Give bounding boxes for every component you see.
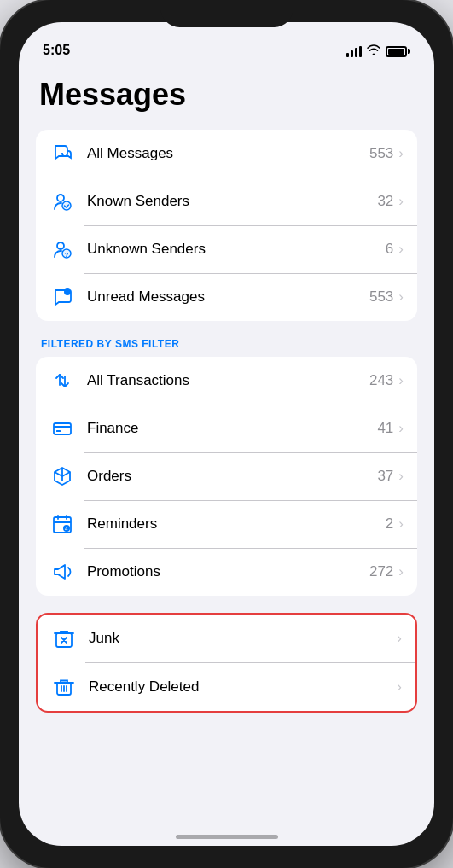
page-title: Messages bbox=[36, 77, 417, 113]
all-transactions-count: 243 bbox=[369, 372, 393, 389]
promotions-label: Promotions bbox=[87, 563, 369, 580]
row-promotions[interactable]: Promotions 272 › bbox=[36, 548, 417, 596]
orders-label: Orders bbox=[87, 468, 377, 485]
svg-rect-7 bbox=[56, 430, 61, 432]
chevron-icon: › bbox=[398, 288, 404, 306]
chevron-icon: › bbox=[398, 241, 404, 258]
known-senders-label: Known Senders bbox=[87, 193, 377, 210]
row-unread-messages[interactable]: Unread Messages 553 › bbox=[36, 273, 417, 321]
chevron-icon: › bbox=[398, 145, 404, 162]
phone-screen: 5:05 bbox=[19, 22, 434, 846]
row-all-transactions[interactable]: All Transactions 243 › bbox=[36, 357, 417, 405]
chevron-icon: › bbox=[397, 679, 402, 696]
chat-unread-icon bbox=[49, 284, 75, 310]
row-reminders[interactable]: 4 Reminders 2 › bbox=[36, 500, 417, 548]
row-all-messages[interactable]: All Messages 553 › bbox=[36, 130, 417, 178]
megaphone-icon bbox=[49, 559, 75, 585]
orders-count: 37 bbox=[377, 468, 393, 485]
home-indicator bbox=[176, 835, 278, 839]
known-senders-count: 32 bbox=[377, 193, 393, 210]
svg-rect-6 bbox=[54, 423, 71, 434]
reminders-count: 2 bbox=[386, 516, 393, 533]
filtered-card: All Transactions 243 › Finance 41 › bbox=[36, 357, 417, 596]
screen-content: Messages All Messages 553 › bbox=[19, 63, 434, 846]
row-recently-deleted[interactable]: Recently Deleted › bbox=[38, 663, 415, 711]
svg-point-0 bbox=[57, 195, 64, 201]
status-time: 5:05 bbox=[43, 43, 346, 58]
main-card: All Messages 553 › Known Senders bbox=[36, 130, 417, 321]
unread-messages-count: 553 bbox=[369, 288, 393, 306]
highlighted-card: Junk › Recently Deleted › bbox=[36, 613, 417, 713]
chevron-icon: › bbox=[398, 468, 404, 485]
battery-icon bbox=[386, 46, 410, 57]
chevron-icon: › bbox=[398, 420, 404, 437]
finance-label: Finance bbox=[87, 420, 377, 437]
row-junk[interactable]: Junk › bbox=[38, 615, 415, 662]
all-messages-label: All Messages bbox=[87, 145, 369, 162]
unread-messages-label: Unread Messages bbox=[87, 288, 369, 306]
arrows-icon bbox=[49, 368, 75, 393]
all-messages-count: 553 bbox=[369, 145, 393, 162]
row-finance[interactable]: Finance 41 › bbox=[36, 405, 417, 452]
reminders-label: Reminders bbox=[87, 516, 386, 533]
chevron-icon: › bbox=[398, 563, 404, 580]
svg-point-5 bbox=[64, 288, 71, 295]
calendar-icon: 4 bbox=[49, 511, 75, 537]
promotions-count: 272 bbox=[369, 563, 393, 580]
recently-deleted-label: Recently Deleted bbox=[89, 679, 397, 696]
section-header: FILTERED BY SMS FILTER bbox=[36, 338, 417, 357]
chevron-icon: › bbox=[398, 193, 404, 210]
signal-icon bbox=[346, 46, 362, 57]
wifi-icon bbox=[367, 44, 380, 58]
trash-x-icon bbox=[51, 626, 77, 651]
status-bar: 5:05 bbox=[19, 22, 434, 63]
row-unknown-senders[interactable]: ? Unknown Senders 6 › bbox=[36, 225, 417, 273]
svg-point-1 bbox=[62, 201, 71, 210]
finance-count: 41 bbox=[377, 420, 393, 437]
box-icon bbox=[49, 463, 75, 489]
status-icons bbox=[346, 44, 410, 58]
row-orders[interactable]: Orders 37 › bbox=[36, 452, 417, 500]
svg-text:?: ? bbox=[65, 251, 69, 259]
chevron-icon: › bbox=[398, 372, 404, 389]
chat-bubbles-icon bbox=[49, 141, 75, 166]
trash-icon bbox=[51, 674, 77, 700]
junk-label: Junk bbox=[89, 630, 397, 647]
chevron-icon: › bbox=[398, 516, 404, 533]
person-question-icon: ? bbox=[49, 236, 75, 262]
svg-point-2 bbox=[57, 242, 64, 249]
chevron-icon: › bbox=[397, 630, 402, 647]
notch bbox=[160, 0, 293, 27]
all-transactions-label: All Transactions bbox=[87, 372, 369, 389]
unknown-senders-label: Unknown Senders bbox=[87, 241, 386, 258]
person-check-icon bbox=[49, 189, 75, 214]
card-icon bbox=[49, 416, 75, 441]
unknown-senders-count: 6 bbox=[386, 241, 393, 258]
row-known-senders[interactable]: Known Senders 32 › bbox=[36, 178, 417, 225]
phone-frame: 5:05 bbox=[0, 0, 453, 868]
